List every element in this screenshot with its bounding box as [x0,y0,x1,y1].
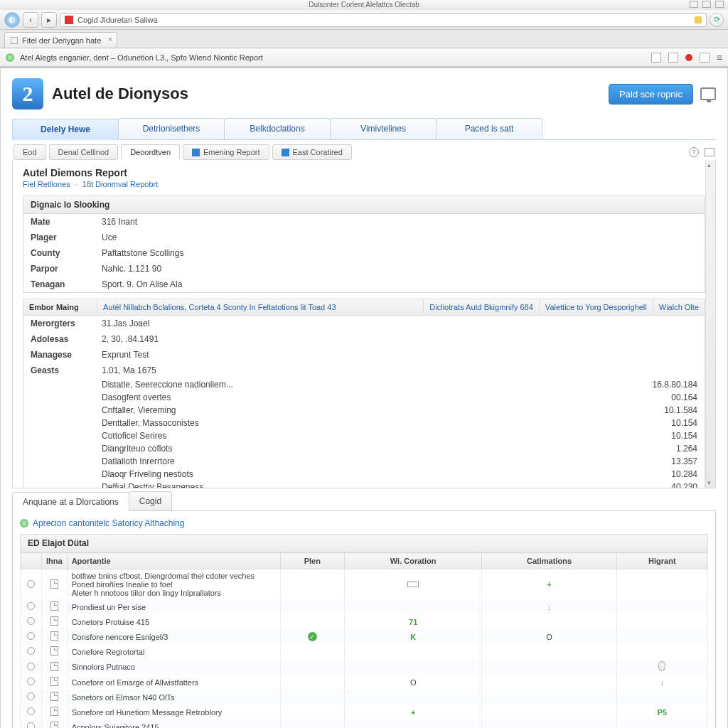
sub-tab[interactable]: Deoordtven [121,144,180,160]
reload-button[interactable]: ⟳ [710,13,724,27]
grid-col-header[interactable]: Wi. Coration [344,553,482,569]
doc-icon[interactable] [50,646,58,655]
cell-wi [344,690,482,705]
sub-tab[interactable]: East Coratired [272,144,352,160]
row-name[interactable]: botltwe bnins cfbost. Diengrdomal thel c… [67,569,280,600]
doc-icon[interactable] [50,579,58,589]
close-button[interactable] [715,1,724,8]
arrow-down-icon: ↓ [660,678,665,687]
grid-row: Acnolors Suiagitore 2415 [21,719,708,728]
row-name[interactable]: Prondiest un Per sise [67,599,280,614]
help-icon[interactable]: ? [689,147,699,157]
sub-tab[interactable]: Emening Report [183,144,269,160]
grid-col-header[interactable]: Ihna [42,553,68,569]
scrollbar[interactable]: ▴▾ [705,160,715,488]
browser-chrome: Dulsonter Corlent Alefattcs Olectab ◐ ‹ … [0,0,728,68]
row-radio[interactable] [27,602,35,610]
sub-tab-bar: Eod Denal Cellinod Deoordtven Emening Re… [12,140,716,160]
browser-tabstrip: Fitel der Deriygan hate × [0,30,728,48]
ledger-amount: 10.154 [641,418,697,428]
breadcrumb-link[interactable]: 18t Dionmval Repobrt [82,180,158,188]
cell-cat [482,644,616,659]
header-link[interactable]: Wialch Olte [653,299,705,315]
row-radio[interactable] [27,707,35,715]
row-radio[interactable] [27,722,35,728]
grid-row: Prondiest un Per sise↓ [21,599,708,614]
main-tab[interactable]: Delely Hewe [12,119,119,140]
row-name[interactable]: Sinnolors Putnaco [67,659,280,675]
doc-icon[interactable] [50,707,58,716]
cell-wi: 71 [344,614,482,629]
globe-icon[interactable]: ◐ [4,12,20,28]
data-grid: IhnaAportantiePlenWi. CorationCatimation… [20,552,708,728]
grid-row: Sonefore orl Hunetiom Message Retroblory… [21,705,708,719]
header-link[interactable]: Dicliotrats Autd Bkigmnify 684 [424,299,540,315]
row-radio[interactable] [27,663,35,670]
main-nav: Delely Hewe Detrionisethers Belkdoclatio… [12,118,716,140]
cell-wi [344,719,482,728]
menu-icon[interactable]: ≡ [717,52,722,63]
toolbar-icon[interactable] [700,53,710,63]
ledger-row: Diangriteuo coflots1.264 [23,442,705,455]
doc-icon[interactable] [50,662,58,671]
forward-button[interactable]: ▸ [41,12,57,28]
grid-col-header[interactable] [21,553,42,569]
doc-icon[interactable] [50,722,58,728]
notification-icon[interactable] [685,54,692,61]
grid-col-header[interactable]: Aportantie [67,553,280,569]
cell-hig [616,569,707,600]
page-header: 2 Autel de Dionysos Pald sce ropnic [12,74,716,117]
lower-tab[interactable]: Cogid [129,491,172,510]
url-bar[interactable]: Cogid Jiduretan Saliwa [60,13,707,27]
toolbar-icon[interactable] [668,53,678,63]
ledger-row: Dlaoqr Friveling nestiots10.284 [23,468,705,481]
row-radio[interactable] [27,678,35,685]
row-name[interactable]: Conefore orl Emarge of Allwistfatters [67,675,280,690]
callout[interactable]: Aprecion cantonitelc Satoricy Althaching [20,517,708,534]
lower-tabs: Anquane at a Dlorcations Cogid [12,491,716,510]
monitor-icon[interactable] [700,87,716,100]
main-tab[interactable]: Paced is satt [436,118,542,139]
row-name[interactable]: Conefore Regrotortal [67,644,280,659]
sub-tab[interactable]: Denal Cellinod [49,144,119,160]
minimize-button[interactable] [690,1,698,8]
main-tab[interactable]: Belkdoclations [224,118,331,139]
row-name[interactable]: Acnolors Suiagitore 2415 [67,719,280,728]
main-tab[interactable]: Detrionisethers [118,118,225,139]
grid-row: Sonetors ori Elmsor N40 OlTs [21,690,708,705]
breadcrumb-link[interactable]: Fiel Retliones [23,180,70,188]
header-link[interactable]: Valettice to Yorg Desporighell [540,299,653,315]
sub-tab[interactable]: Eod [14,144,46,160]
doc-icon[interactable] [50,616,58,626]
grid-col-header[interactable]: Plen [280,553,344,569]
cell-hig [616,599,707,614]
browser-tab[interactable]: Fitel der Deriygan hate × [4,32,117,48]
lower-tab[interactable]: Anquane at a Dlorcations [12,492,129,511]
row-name[interactable]: Consfore nencore Esnigel/3 [67,629,280,644]
grid-col-header[interactable]: Catimations [482,553,616,569]
doc-icon[interactable] [50,692,58,701]
row-radio[interactable] [27,692,35,700]
grid-col-header[interactable]: Higrant [616,553,707,569]
row-radio[interactable] [27,580,35,588]
back-button[interactable]: ‹ [23,12,38,28]
doc-icon[interactable] [50,601,58,611]
row-radio[interactable] [27,647,35,655]
row-radio[interactable] [27,617,35,625]
header-link[interactable]: Autél Nillabch Bclalions, Corteta 4 Scon… [97,299,424,315]
tab-close-icon[interactable]: × [108,35,112,43]
row-name[interactable]: Sonefore orl Hunetiom Message Retroblory [67,705,280,719]
row-name[interactable]: Sonetors ori Elmsor N40 OlTs [67,690,280,705]
main-tab[interactable]: Vimivtelines [330,118,437,139]
cell-hig [616,659,707,675]
cell-plen [280,705,344,719]
maximize-button[interactable] [702,1,711,8]
expand-icon[interactable] [705,148,714,156]
row-name[interactable]: Conetors Protuise 415 [67,614,280,629]
doc-icon[interactable] [50,631,58,641]
row-radio[interactable] [27,632,35,640]
primary-action-button[interactable]: Pald sce ropnic [609,84,693,105]
toolbar-icon[interactable] [651,53,661,63]
doc-icon[interactable] [50,677,58,686]
ledger-desc: Diangriteuo coflots [31,444,641,454]
